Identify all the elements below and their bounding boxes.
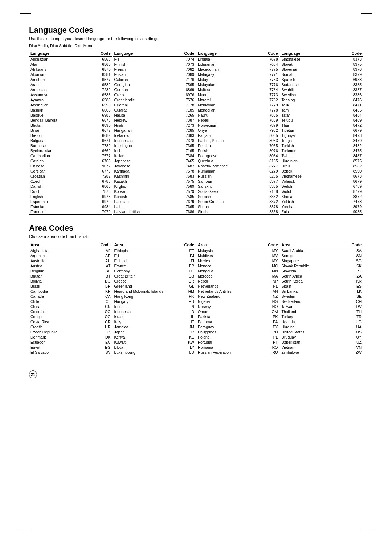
col-header-code: Code: [87, 50, 112, 57]
language-desc1: Use this list to input your desired lang…: [29, 36, 363, 41]
table-row: South KoreaKR: [280, 279, 363, 284]
table-row: Afar6565: [29, 62, 112, 67]
table-row: Afrikaans6570: [29, 67, 112, 72]
table-row: AustraliaAU: [29, 258, 112, 263]
table-row: BelgiumBE: [29, 268, 112, 274]
table-row: Sudanese8385: [280, 82, 363, 87]
table-row: EthiopiaET: [113, 248, 196, 254]
inner-table-col-2: AreaCodeMalaysiaMYMaldivesMVMexicoMXMona…: [196, 242, 279, 355]
table-row: Gujarati7185: [113, 108, 196, 113]
table-row: Czech6783: [29, 179, 112, 184]
table-row: EcuadorEC: [29, 340, 112, 345]
table-row: ArgentinaAR: [29, 253, 112, 258]
table-row: Dutch7876: [29, 189, 112, 194]
table-row: PolandPL: [196, 335, 279, 340]
table-row: UzbekistanUZ: [280, 340, 363, 345]
table-row: Estonian6984: [29, 204, 112, 209]
table-row: Sanskrit8365: [196, 184, 279, 189]
table-row: Latin7665: [113, 204, 196, 209]
table-row: KenyaKE: [113, 335, 196, 340]
page-number: 21: [29, 370, 37, 378]
table-row: MongoliaMN: [196, 268, 279, 274]
table-row: Nauru7865: [196, 113, 279, 118]
table-row: Rhaeto-Romance8277: [196, 163, 279, 169]
table-row: ZimbabweZW: [280, 350, 363, 355]
col-header-code: Code: [179, 242, 196, 248]
table-row: JapanJP: [113, 329, 196, 335]
table-row: Sri LankaLK: [280, 289, 363, 294]
table-row: French7082: [113, 67, 196, 72]
table-row: CanadaCA: [29, 294, 112, 299]
table-row: Faroese7079: [29, 209, 112, 215]
table-row: TurkeyTR: [280, 314, 363, 319]
table-row: Hungarian7285: [113, 128, 196, 133]
language-desc2: Disc Audio, Disc Subtitle, Disc Menu.: [29, 44, 363, 48]
table-row: MonacoMC: [196, 263, 279, 268]
table-row: IsraelIL: [113, 314, 196, 319]
table-row: Russian FederationRU: [196, 350, 279, 355]
table-row: GermanyDE: [113, 268, 196, 274]
table-row: UkraineUA: [280, 324, 363, 329]
table-row: Rumanian8279: [196, 169, 279, 174]
table-row: Turkmen8475: [280, 148, 363, 153]
table-row: Tigrinya8473: [280, 133, 363, 138]
inner-table-col-3: LanguageCodeSinghalese8373Slovak8375Slov…: [280, 50, 363, 215]
table-row: Yiddish7473: [280, 199, 363, 204]
table-row: SloveniaSI: [280, 268, 363, 274]
table-row: Norwegian7879: [196, 123, 279, 128]
table-row: Mongolian7778: [196, 108, 279, 113]
table-row: New ZealandNZ: [196, 294, 279, 299]
table-row: LibyaLY: [113, 345, 196, 350]
table-row: Telugu8469: [280, 118, 363, 123]
table-row: Samoan8377: [196, 179, 279, 184]
col-header-lang: Language: [196, 50, 256, 57]
language-title: Language Codes: [29, 25, 363, 35]
table-row: Azerbaijani6590: [29, 102, 112, 108]
table-row: Breton6682: [29, 133, 112, 138]
table-row: Thai8472: [280, 123, 363, 128]
table-row: Italian7384: [113, 153, 196, 158]
table-row: Javanese7487: [113, 163, 196, 169]
table-row: Kazakh7575: [113, 179, 196, 184]
table-row: Sindhi8368: [196, 209, 279, 215]
table-row: ColombiaCO: [29, 309, 112, 314]
table-row: NepalNP: [196, 279, 279, 284]
table-row: ItalyIT: [113, 319, 196, 324]
table-row: DenmarkDK: [29, 335, 112, 340]
table-row: Yoruba8979: [280, 204, 363, 209]
table-row: Moldavian7779: [196, 102, 279, 108]
table-row: Interlingua7365: [113, 143, 196, 148]
table-row: MexicoMX: [196, 258, 279, 263]
table-row: Kirghiz7589: [113, 184, 196, 189]
table-row: PortugalPT: [196, 340, 279, 345]
table-row: NetherlandsNL: [196, 284, 279, 289]
table-row: PanamaPA: [196, 319, 279, 324]
inner-table-col-3: AreaCodeSaudi ArabiaSASenegalSNSingapore…: [280, 242, 363, 355]
table-row: Albanian8381: [29, 72, 112, 77]
table-row: Bengali; Bangla6678: [29, 118, 112, 123]
table-row: Catalan6765: [29, 158, 112, 163]
inner-table-col-1: AreaCodeEthiopiaETFijiFJFinlandFIFranceF…: [113, 242, 196, 355]
table-row: NorwayNO: [196, 304, 279, 309]
inner-table-col-2: LanguageCodeLingala7678Lithuanian7684Mac…: [196, 50, 279, 215]
table-row: Frisian7089: [113, 72, 196, 77]
col-header-code: Code: [338, 242, 363, 248]
table-row: Persian7065: [196, 143, 279, 148]
col-header-code: Code: [258, 242, 279, 248]
table-row: Aymara6588: [29, 97, 112, 102]
table-row: Singhalese8373: [280, 57, 363, 62]
col-header-code: Code: [333, 50, 363, 57]
table-row: Irish7165: [113, 148, 196, 153]
table-row: Kashmiri7583: [113, 174, 196, 179]
table-row: Quechua8185: [196, 158, 279, 163]
table-row: ChileCL: [29, 299, 112, 304]
table-row: Shona8378: [196, 204, 279, 209]
table-row: Maltese7784: [196, 87, 279, 92]
table-row: FijiFJ: [113, 253, 196, 258]
table-row: Croatian7282: [29, 174, 112, 179]
table-row: Saudi ArabiaSA: [280, 248, 363, 254]
table-row: Czech RepublicCZ: [29, 329, 112, 335]
table-row: Slovak8375: [280, 62, 363, 67]
area-section: Area Codes Choose a area code from this …: [29, 223, 363, 357]
table-row: PakistanPK: [196, 314, 279, 319]
